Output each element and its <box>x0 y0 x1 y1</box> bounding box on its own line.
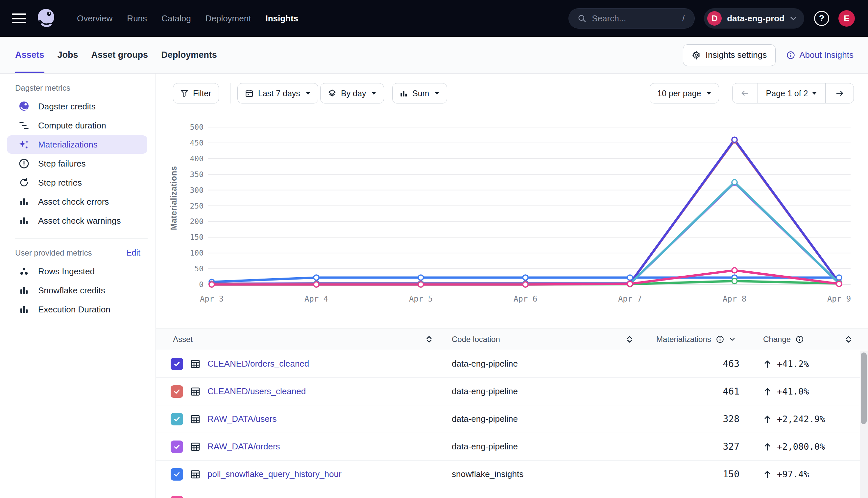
materializations-chart-block: Materializations 05010015020025030035040… <box>156 112 868 309</box>
arrow-up-icon <box>763 415 772 424</box>
per-page-selector[interactable]: 10 per page <box>650 83 719 104</box>
svg-text:Apr 5: Apr 5 <box>409 294 433 303</box>
tab-asset-groups[interactable]: Asset groups <box>91 37 148 73</box>
sidebar-item-step-retries[interactable]: Step retries <box>7 173 147 192</box>
octopus-icon <box>18 101 29 112</box>
sidebar-item-compute-duration[interactable]: Compute duration <box>7 116 147 135</box>
asset-checkbox[interactable] <box>171 468 183 481</box>
user-metrics-list: Rows Ingested Snowflake credits Executio… <box>0 262 155 319</box>
top-navigation-bar: OverviewRunsCatalogDeploymentInsights Se… <box>0 0 868 37</box>
table-grid-icon <box>190 414 201 425</box>
metrics-sidebar: Dagster metrics Dagster credits Compute … <box>0 74 156 498</box>
avatar[interactable]: E <box>839 10 855 27</box>
chart-y-axis-label: Materializations <box>169 166 179 230</box>
dagster-logo-icon[interactable] <box>36 8 56 29</box>
edit-user-metrics-link[interactable]: Edit <box>126 248 140 258</box>
bars-icon <box>18 304 29 315</box>
sidebar-item-execution-duration[interactable]: Execution Duration <box>7 300 147 319</box>
gear-icon <box>692 51 701 60</box>
hamburger-menu-icon[interactable] <box>12 13 26 23</box>
asset-link[interactable]: CLEANED/orders_cleaned <box>207 359 309 369</box>
tab-jobs[interactable]: Jobs <box>58 37 78 73</box>
bars-icon <box>18 285 29 296</box>
materializations-cell: 47 <box>641 496 755 498</box>
column-header-asset[interactable]: Asset <box>156 335 443 344</box>
asset-checkbox[interactable] <box>171 413 183 425</box>
topnav-item-insights[interactable]: Insights <box>265 13 298 24</box>
asset-link[interactable]: CLEANED/users_cleaned <box>207 386 306 396</box>
deployment-switcher[interactable]: D data-eng-prod <box>704 8 804 29</box>
controls-divider <box>230 83 230 104</box>
table-rows: CLEANED/orders_cleaned data-eng-pipeline… <box>156 350 868 498</box>
asset-link[interactable]: RAW_DATA/orders <box>207 442 280 452</box>
sidebar-item-rows-ingested[interactable]: Rows Ingested <box>7 262 147 280</box>
topnav-item-deployment[interactable]: Deployment <box>205 13 251 24</box>
sidebar-item-materializations[interactable]: Materializations <box>7 135 147 154</box>
topnav-item-catalog[interactable]: Catalog <box>162 13 191 24</box>
bars-icon <box>18 215 29 226</box>
tab-assets[interactable]: Assets <box>15 37 44 73</box>
svg-text:50: 50 <box>194 264 204 273</box>
column-header-change[interactable]: Change <box>755 335 860 344</box>
column-header-code-location[interactable]: Code location <box>443 335 641 344</box>
next-page-button[interactable] <box>825 83 854 103</box>
about-insights-link[interactable]: About Insights <box>786 50 854 60</box>
sidebar-item-step-failures[interactable]: Step failures <box>7 154 147 173</box>
info-icon[interactable] <box>795 335 804 344</box>
tab-deployments[interactable]: Deployments <box>161 37 217 73</box>
help-icon[interactable]: ? <box>814 11 829 26</box>
materializations-cell: 328 <box>641 414 755 424</box>
change-cell: +41.2% <box>755 359 860 369</box>
sort-icon[interactable] <box>626 335 633 344</box>
table-grid-icon <box>190 386 201 397</box>
previous-page-button[interactable] <box>732 83 757 103</box>
column-header-materializations[interactable]: Materializations <box>641 335 755 344</box>
asset-checkbox[interactable] <box>171 385 183 398</box>
sidebar-item-asset-check-errors[interactable]: Asset check errors <box>7 193 147 211</box>
insights-settings-button[interactable]: Insights settings <box>683 44 776 66</box>
asset-link[interactable]: RAW_DATA/users <box>207 414 277 424</box>
aggregation-button[interactable]: Sum <box>392 83 447 104</box>
asset-link[interactable]: CLEANED/… <box>207 497 259 498</box>
table-row: CLEANED/orders_cleaned data-eng-pipeline… <box>156 350 868 378</box>
materializations-cell: 327 <box>641 441 755 452</box>
search-shortcut-hint: / <box>682 13 685 24</box>
controls-row: Filter Last 7 days <box>156 83 868 104</box>
asset-checkbox[interactable] <box>171 496 183 498</box>
topnav-item-overview[interactable]: Overview <box>77 13 113 24</box>
info-icon <box>786 51 795 60</box>
svg-text:350: 350 <box>190 170 204 179</box>
arrow-up-icon <box>763 442 772 451</box>
chevron-down-icon <box>706 92 712 95</box>
table-header-row: Asset Code location <box>156 328 868 350</box>
info-icon[interactable] <box>716 335 724 344</box>
svg-text:Apr 8: Apr 8 <box>723 294 746 303</box>
sort-icon[interactable] <box>845 335 852 344</box>
granularity-button[interactable]: By day <box>320 83 384 104</box>
sort-icon[interactable] <box>425 335 433 344</box>
scrollbar-thumb[interactable] <box>861 353 867 424</box>
asset-checkbox[interactable] <box>171 441 183 453</box>
filter-button[interactable]: Filter <box>173 83 219 104</box>
table-scrollbar[interactable] <box>860 351 868 498</box>
deployment-badge: D <box>707 11 722 26</box>
topnav-item-runs[interactable]: Runs <box>127 13 147 24</box>
svg-text:Apr 4: Apr 4 <box>305 294 328 303</box>
svg-text:300: 300 <box>190 186 204 195</box>
sidebar-item-asset-check-warnings[interactable]: Asset check warnings <box>7 212 147 230</box>
asset-checkbox[interactable] <box>171 358 183 370</box>
change-cell: +2,242.9% <box>755 414 860 424</box>
page-indicator-dropdown[interactable]: Page 1 of 2 <box>757 83 825 103</box>
date-range-button[interactable]: Last 7 days <box>238 83 318 104</box>
materializations-chart[interactable]: 050100150200250300350400450500Apr 3Apr 4… <box>156 112 868 309</box>
search-input[interactable]: Search... / <box>569 8 695 29</box>
sidebar-item-dagster-credits[interactable]: Dagster credits <box>7 97 147 116</box>
code-location-cell: data-eng-pipeline <box>443 386 641 396</box>
dagster-insights-page: OverviewRunsCatalogDeploymentInsights Se… <box>0 0 868 498</box>
chevron-down-icon <box>371 92 376 95</box>
sidebar-item-snowflake-credits[interactable]: Snowflake credits <box>7 281 147 300</box>
chevron-down-icon <box>434 92 439 95</box>
chevron-down-icon[interactable] <box>729 337 736 342</box>
code-location-cell: data-eng-pipeline <box>443 414 641 424</box>
asset-link[interactable]: poll_snowflake_query_history_hour <box>207 469 342 479</box>
